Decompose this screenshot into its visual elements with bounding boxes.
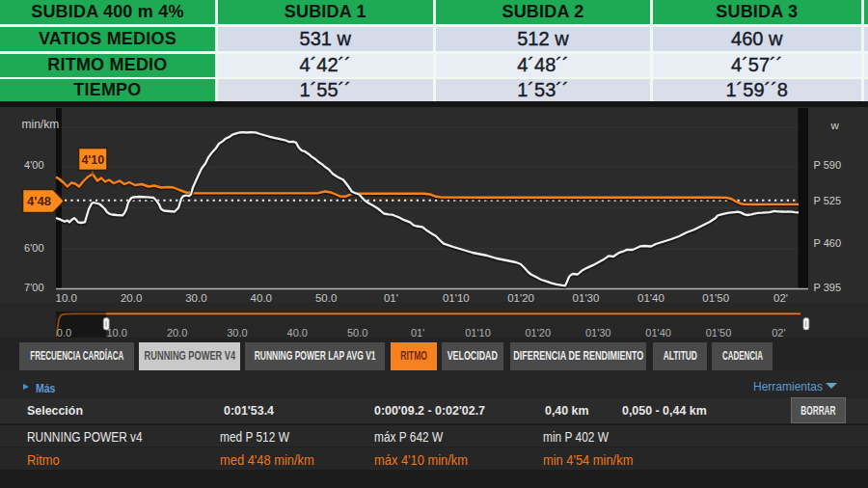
svg-text:P 460: P 460 [814,237,842,249]
svg-text:50.0: 50.0 [347,327,367,339]
svg-text:30.0: 30.0 [227,327,247,339]
svg-text:20.0: 20.0 [121,292,142,304]
svg-text:01'30: 01'30 [585,327,611,339]
svg-text:01': 01' [384,292,398,304]
svg-text:40.0: 40.0 [251,292,272,304]
svg-text:P 525: P 525 [814,195,842,206]
svg-text:01'40: 01'40 [637,292,665,304]
svg-text:6'00: 6'00 [24,242,43,254]
svg-text:50.0: 50.0 [315,292,337,304]
svg-text:7'00: 7'00 [24,282,43,293]
svg-text:01'10: 01'10 [465,327,491,339]
svg-text:02': 02' [772,327,785,339]
svg-text:01'50: 01'50 [706,327,732,339]
svg-text:0.0: 0.0 [57,327,71,339]
svg-text:01'40: 01'40 [645,327,671,339]
svg-text:10.0: 10.0 [56,292,77,304]
svg-text:4'00: 4'00 [24,159,43,171]
svg-text:w: w [830,120,840,131]
svg-text:10.0: 10.0 [106,327,126,339]
svg-text:01'20: 01'20 [526,327,552,339]
svg-text:01'10: 01'10 [443,292,470,304]
svg-text:01'30: 01'30 [573,292,600,304]
svg-text:20.0: 20.0 [167,327,187,339]
svg-text:P 395: P 395 [814,282,842,293]
svg-text:4'48: 4'48 [27,194,51,208]
svg-text:02': 02' [773,292,788,304]
svg-text:4'10: 4'10 [81,153,104,167]
svg-text:01'20: 01'20 [507,292,534,304]
svg-text:40.0: 40.0 [287,327,308,339]
svg-text:01'50: 01'50 [702,292,729,304]
svg-text:min/km: min/km [22,118,60,131]
svg-text:P 590: P 590 [814,159,842,171]
svg-text:01': 01' [411,327,424,339]
svg-text:30.0: 30.0 [185,292,206,304]
